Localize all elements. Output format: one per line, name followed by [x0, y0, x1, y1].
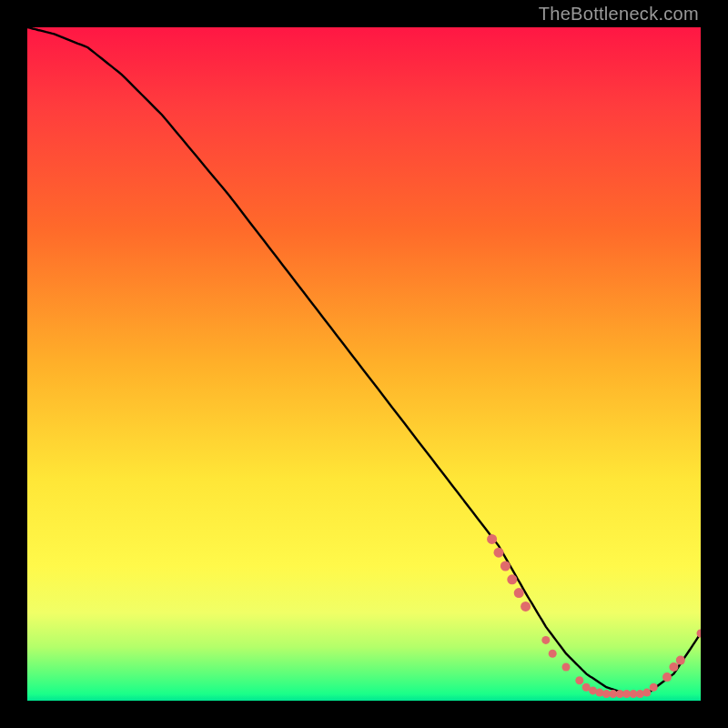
data-dot — [487, 534, 497, 544]
data-dot — [697, 630, 702, 638]
data-dot — [507, 574, 517, 584]
data-dot — [636, 690, 644, 698]
data-dots — [487, 534, 701, 698]
data-dot — [500, 561, 511, 571]
bottleneck-curve — [27, 27, 701, 694]
chart-frame: TheBottleneck.com — [0, 0, 728, 728]
data-dot — [562, 663, 571, 672]
data-dot — [669, 662, 678, 672]
data-dot — [596, 689, 604, 697]
data-dot — [549, 650, 557, 658]
data-dot — [662, 672, 672, 682]
data-dot — [521, 602, 531, 612]
data-dot — [575, 676, 583, 684]
plot-area — [27, 27, 701, 701]
curve-svg — [27, 27, 701, 701]
data-dot — [494, 548, 504, 558]
data-dot — [676, 656, 685, 665]
data-dot — [514, 588, 524, 598]
data-dot — [642, 689, 651, 697]
data-dot — [541, 636, 550, 644]
watermark-text: TheBottleneck.com — [539, 4, 699, 25]
data-dot — [650, 683, 658, 692]
